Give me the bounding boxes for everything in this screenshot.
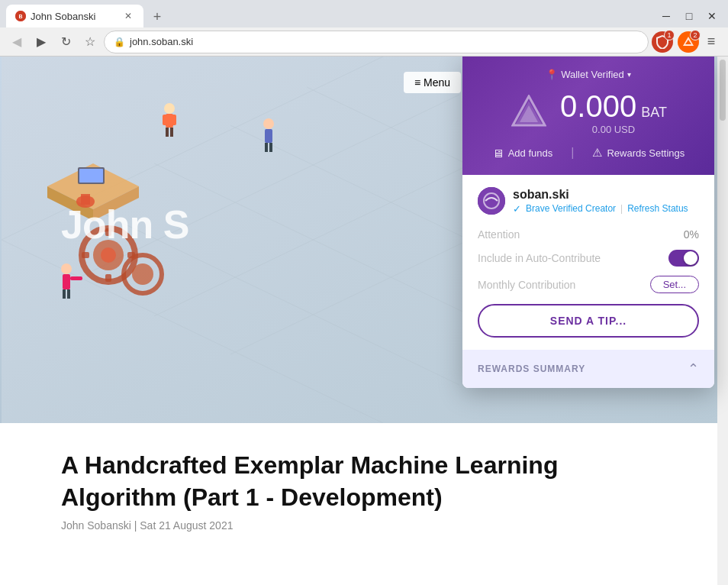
verified-creator-label: Brave Verified Creator xyxy=(526,203,616,214)
svg-rect-36 xyxy=(82,252,89,258)
svg-text:B: B xyxy=(18,14,22,19)
auto-contribute-toggle[interactable] xyxy=(668,250,699,267)
close-button[interactable]: ✕ xyxy=(702,6,722,26)
send-tip-button[interactable]: SEND A TIP... xyxy=(478,304,699,338)
bat-amount-wrapper: 0.000 BAT 0.00 USD xyxy=(478,89,699,135)
window-controls: ─ □ ✕ xyxy=(656,6,722,26)
actions-separator: | xyxy=(571,146,574,160)
site-avatar xyxy=(478,187,505,215)
svg-rect-41 xyxy=(63,274,70,289)
svg-rect-28 xyxy=(265,129,272,143)
back-button[interactable]: ◀ xyxy=(6,31,27,53)
svg-point-27 xyxy=(263,118,274,129)
attention-label: Attention xyxy=(478,228,520,241)
verified-separator: | xyxy=(620,203,623,214)
tab-close-button[interactable]: ✕ xyxy=(122,10,134,22)
svg-rect-24 xyxy=(172,115,176,125)
tab-area: B John Sobanski ✕ + xyxy=(6,5,650,27)
add-funds-icon: 🖥 xyxy=(492,147,504,160)
shield-badge: 1 xyxy=(664,30,675,40)
svg-rect-18 xyxy=(79,169,103,183)
rewards-popup: 📍 Wallet Verified ▾ 0.000 BAT xyxy=(462,57,714,388)
article-section: A Handcrafted Exemplar Machine Learning … xyxy=(0,435,717,585)
monthly-contribution-row: Monthly Contribution Set... xyxy=(478,271,699,298)
svg-point-33 xyxy=(101,247,116,263)
site-verified: ✓ Brave Verified Creator | Refresh Statu… xyxy=(513,203,699,215)
page-content: John S ≡ Menu A Handcrafted Exemplar Mac… xyxy=(0,57,728,585)
browser-chrome: B John Sobanski ✕ + ─ □ ✕ ◀ ▶ ↻ ☆ 🔒 john… xyxy=(0,0,728,57)
auto-contribute-row: Include in Auto-Contribute xyxy=(478,245,699,271)
bat-number: 0.000 xyxy=(560,89,636,124)
svg-rect-44 xyxy=(70,276,82,280)
svg-rect-42 xyxy=(63,289,66,299)
bookmark-button[interactable]: ☆ xyxy=(79,31,101,53)
popup-body: soban.ski ✓ Brave Verified Creator | Ref… xyxy=(462,175,714,350)
usd-amount: 0.00 USD xyxy=(560,124,667,135)
svg-rect-35 xyxy=(105,274,111,282)
active-tab[interactable]: B John Sobanski ✕ xyxy=(6,5,143,27)
svg-point-40 xyxy=(61,263,72,274)
site-info: soban.ski ✓ Brave Verified Creator | Ref… xyxy=(513,188,699,215)
bat-badge: 2 xyxy=(690,30,701,40)
forward-button[interactable]: ▶ xyxy=(31,31,52,53)
toolbar-actions: 1 2 ≡ xyxy=(652,31,722,53)
chevron-down-icon: ▾ xyxy=(627,70,631,79)
popup-actions: 🖥 Add funds | ⚠ Rewards Settings xyxy=(478,146,699,160)
address-bar[interactable]: 🔒 john.soban.ski xyxy=(104,31,649,53)
rewards-summary-bar[interactable]: REWARDS SUMMARY ⌃ xyxy=(462,350,714,388)
maximize-button[interactable]: □ xyxy=(679,6,699,26)
verified-check-icon: ✓ xyxy=(513,203,521,215)
article-meta: John Sobanski | Sat 21 August 2021 xyxy=(61,519,656,532)
menu-bar: ≡ Menu xyxy=(404,72,461,93)
scrollbar-thumb[interactable] xyxy=(720,60,726,121)
add-funds-label: Add funds xyxy=(508,147,553,159)
auto-contribute-label: Include in Auto-Contribute xyxy=(478,252,601,264)
brave-shield-button[interactable]: 1 xyxy=(652,31,673,53)
svg-rect-23 xyxy=(163,115,167,125)
bat-rewards-button[interactable]: 2 xyxy=(678,31,699,53)
rewards-settings-button[interactable]: ⚠ Rewards Settings xyxy=(592,146,685,160)
tab-favicon: B xyxy=(15,11,26,21)
attention-value: 0% xyxy=(684,228,699,241)
popup-header: 📍 Wallet Verified ▾ 0.000 BAT xyxy=(462,57,714,175)
toolbar: ◀ ▶ ↻ ☆ 🔒 john.soban.ski 1 2 xyxy=(0,27,728,57)
rewards-summary-label: REWARDS SUMMARY xyxy=(478,364,585,374)
svg-rect-30 xyxy=(269,143,272,152)
pin-icon: 📍 xyxy=(546,69,558,80)
svg-rect-43 xyxy=(67,289,70,299)
new-tab-button[interactable]: + xyxy=(147,6,168,27)
bat-logo xyxy=(510,93,548,131)
lock-icon: 🔒 xyxy=(114,37,125,47)
svg-point-39 xyxy=(132,263,153,285)
wallet-verified-label: Wallet Verified xyxy=(561,69,624,80)
svg-rect-25 xyxy=(166,128,169,137)
bat-amount-display: 0.000 BAT 0.00 USD xyxy=(560,89,667,135)
minimize-button[interactable]: ─ xyxy=(656,6,676,26)
warning-icon: ⚠ xyxy=(592,146,602,160)
svg-rect-26 xyxy=(170,128,173,137)
rewards-settings-label: Rewards Settings xyxy=(607,147,685,159)
page-title-overlay: John S xyxy=(61,202,188,247)
toggle-knob xyxy=(684,251,697,265)
hamburger-menu-button[interactable]: ≡ xyxy=(701,31,722,53)
refresh-status-link[interactable]: Refresh Status xyxy=(627,203,688,214)
article-title: A Handcrafted Exemplar Machine Learning … xyxy=(61,450,656,513)
tab-title: John Sobanski xyxy=(31,11,95,22)
article-author: John Sobanski xyxy=(61,519,131,532)
site-menu-button[interactable]: ≡ Menu xyxy=(404,72,461,93)
svg-point-67 xyxy=(478,187,505,215)
monthly-contribution-label: Monthly Contribution xyxy=(478,279,575,291)
site-row: soban.ski ✓ Brave Verified Creator | Ref… xyxy=(478,187,699,215)
attention-row: Attention 0% xyxy=(478,224,699,245)
reload-button[interactable]: ↻ xyxy=(55,31,76,53)
url-text: john.soban.ski xyxy=(130,36,193,47)
wallet-verified-badge[interactable]: 📍 Wallet Verified ▾ xyxy=(478,69,699,80)
scrollbar[interactable] xyxy=(717,57,728,585)
chevron-up-icon: ⌃ xyxy=(688,360,699,377)
svg-rect-29 xyxy=(265,143,268,152)
title-bar: B John Sobanski ✕ + ─ □ ✕ xyxy=(0,0,728,27)
svg-point-21 xyxy=(164,103,175,114)
site-name: soban.ski xyxy=(513,188,699,202)
set-contribution-button[interactable]: Set... xyxy=(650,276,699,293)
add-funds-button[interactable]: 🖥 Add funds xyxy=(492,146,553,160)
